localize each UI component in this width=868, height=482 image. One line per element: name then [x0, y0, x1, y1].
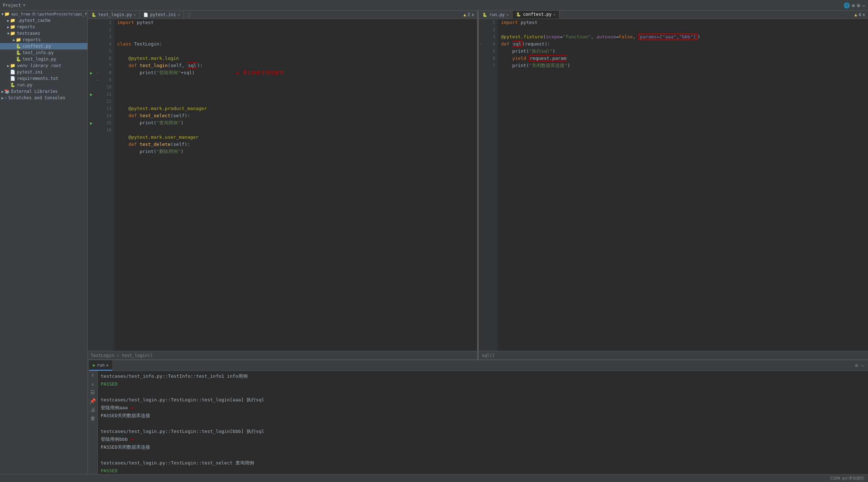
sidebar-item-testcases[interactable]: ▼ 📁 testcases: [0, 30, 87, 37]
console-line-12: testcases/test_login.py::TestLogin::test…: [101, 459, 865, 467]
tab-close[interactable]: ✕: [506, 13, 509, 17]
settings-icon[interactable]: ⚙: [857, 3, 860, 8]
bp-item[interactable]: [479, 55, 484, 62]
console-left-icons: ↑ ↓ ☰ 📌 🖨 🗑: [88, 371, 98, 474]
layout-icon[interactable]: ≡: [852, 3, 855, 8]
sidebar-item-pytest-cache[interactable]: ▶ 📁 .pytest_cache: [0, 17, 87, 24]
code-line-10: @pytest.mark.product_manager: [117, 105, 474, 112]
console-line-10: PASSED关闭数据库连接: [101, 443, 865, 451]
tab-close[interactable]: ✕: [178, 13, 180, 17]
sidebar-item-label: test_login.py: [23, 57, 56, 62]
bp-item[interactable]: [95, 40, 100, 48]
bp-item[interactable]: [95, 91, 100, 98]
run-btn-11[interactable]: ▶: [88, 91, 95, 98]
py-icon: 🐍: [516, 12, 521, 17]
bp-set-4[interactable]: ◇: [479, 40, 484, 48]
sidebar-item-test-info[interactable]: ▶ 🐍 test_info.py: [0, 49, 87, 56]
bp-item[interactable]: [95, 33, 100, 40]
scroll-up-icon[interactable]: ↑: [91, 372, 94, 378]
gutter-item: [88, 48, 95, 55]
project-label[interactable]: Project: [3, 3, 21, 8]
folder-icon: 📁: [16, 37, 21, 42]
bottom-tab-run[interactable]: ▶ run ✕: [89, 360, 112, 371]
bp-item[interactable]: [479, 26, 484, 33]
bp-item[interactable]: [479, 33, 484, 40]
tab-test-login[interactable]: 🐍 test_login.py ✕: [88, 11, 140, 19]
bp-item[interactable]: [95, 26, 100, 33]
bp-item[interactable]: [95, 55, 100, 62]
sidebar-item-scratches[interactable]: ▶ ⚡ Scratches and Consoles: [0, 95, 87, 101]
tab-conftest[interactable]: 🐍 conftest.py ✕: [512, 11, 559, 19]
right-warning-bar: ▲ 4 ∧: [852, 11, 868, 19]
pin-icon[interactable]: 📌: [90, 398, 96, 404]
run-btn-7[interactable]: ▶: [88, 69, 95, 76]
settings-icon[interactable]: ⚙: [855, 363, 858, 368]
expand-icon[interactable]: ∧: [472, 12, 474, 17]
left-line-numbers: 12345 678910 111213141516: [100, 19, 114, 351]
clear-icon[interactable]: 🗑: [90, 415, 95, 421]
bp-item[interactable]: [95, 119, 100, 127]
bp-item[interactable]: [95, 48, 100, 55]
code-line-5: [117, 48, 474, 55]
console-output: testcases/test_info.py::TestInfo::test_i…: [98, 371, 868, 474]
bp-item[interactable]: [479, 19, 484, 26]
dropdown-arrow[interactable]: ▼: [23, 3, 25, 7]
code-line-4: class TestLogin:: [117, 40, 474, 48]
bp-item[interactable]: [95, 62, 100, 69]
breadcrumb-text: TestLogin › test_login(): [91, 353, 153, 358]
bottom-tab-close[interactable]: ✕: [106, 363, 109, 368]
sidebar-item-run-py[interactable]: ▶ 🐍 run.py: [0, 82, 87, 88]
sidebar-item-reports-top[interactable]: ▶ 📁 reports: [0, 24, 87, 30]
tab-close[interactable]: ✕: [553, 13, 555, 16]
run-btn-15[interactable]: ▶: [88, 119, 95, 127]
warning-icon: ▲: [463, 12, 466, 17]
scroll-down-icon[interactable]: ↓: [91, 381, 94, 387]
bp-set-8[interactable]: ◇: [95, 76, 100, 83]
bp-item[interactable]: [95, 98, 100, 105]
bp-item[interactable]: [95, 83, 100, 91]
right-code-area[interactable]: import pytest @pytest.fixture(scope="fun…: [498, 19, 868, 351]
minimize-icon[interactable]: —: [861, 363, 864, 368]
code-line-8: print("登陆用例"+sql) → 通过固件名取到参数: [117, 69, 474, 98]
right-code-line-7: print("关闭数据库连接"): [501, 62, 865, 69]
folder-icon: 📁: [10, 24, 15, 29]
txt-file-icon: 📄: [10, 76, 15, 81]
sidebar-item-api-fram[interactable]: ▼ 📁 api_fram D:\pythonProjects\api_fram: [0, 11, 87, 17]
bp-set-7[interactable]: ◇: [95, 69, 100, 76]
left-code-area[interactable]: import pytest class TestLogin: @pytest.m…: [114, 19, 477, 351]
expand-icon[interactable]: ∧: [863, 12, 865, 17]
bp-item[interactable]: [95, 112, 100, 119]
top-bar: Project ▼ 🌐 ≡ ⚙ —: [0, 0, 868, 11]
bp-item[interactable]: [95, 127, 100, 134]
console-line-9: 登陆用例bbb ←: [101, 435, 865, 443]
sidebar-item-pytest-ini[interactable]: ▶ 📄 pytest.ini: [0, 69, 87, 75]
right-code-line-4: def sql(request):: [501, 40, 865, 48]
bp-item[interactable]: [479, 48, 484, 55]
sidebar-item-label: test_info.py: [23, 50, 54, 55]
bp-item[interactable]: [95, 105, 100, 112]
folder-icon: 📁: [4, 11, 10, 16]
tab-more-left[interactable]: ⋮: [184, 11, 194, 19]
sidebar-item-conftest[interactable]: ▶ 🐍 conftest.py: [0, 43, 87, 49]
console-line-4: testcases/test_login.py::TestLogin::test…: [101, 396, 865, 404]
sidebar-item-venv[interactable]: ▶ 📁 venv library root: [0, 62, 87, 69]
console-line-blank-2: [101, 420, 865, 428]
sidebar-item-external-libs[interactable]: ▶ 📚 External Libraries: [0, 88, 87, 95]
sidebar-item-requirements[interactable]: ▶ 📄 requirements.txt: [0, 75, 87, 82]
ini-file-icon: 📄: [10, 70, 15, 75]
sidebar-item-test-login[interactable]: ▶ 🐍 test_login.py: [0, 56, 87, 62]
globe-icon: 🌐: [844, 3, 850, 8]
filter-icon[interactable]: ☰: [90, 390, 95, 395]
code-line-11: def test_select(self):: [117, 112, 474, 119]
code-line-1: import pytest: [117, 19, 474, 26]
bp-item[interactable]: [95, 19, 100, 26]
tab-pytest-ini[interactable]: 📄 pytest.ini ✕: [140, 11, 184, 19]
minimize-icon[interactable]: —: [862, 3, 865, 8]
sidebar-item-reports-inner[interactable]: ▶ 📁 reports: [0, 37, 87, 43]
bottom-tabs-bar: ▶ run ✕ ⚙ —: [88, 360, 868, 371]
tab-run-py[interactable]: 🐍 run.py ✕: [479, 11, 512, 19]
bottom-tab-label: run: [97, 363, 105, 368]
bp-item[interactable]: [479, 62, 484, 69]
tab-close[interactable]: ✕: [134, 13, 136, 17]
print-icon[interactable]: 🖨: [90, 407, 95, 412]
